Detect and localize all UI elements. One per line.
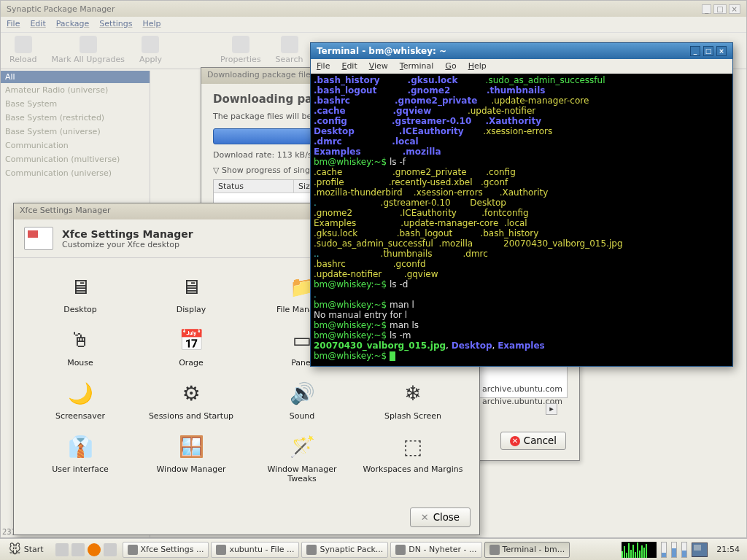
settings-item-sessions-and-startup[interactable]: ⚙ Sessions and Startup [138, 375, 244, 424]
task-icon [306, 545, 317, 555]
settings-item-icon: 📅 [176, 324, 206, 355]
camera-icon[interactable] [104, 543, 117, 556]
menu-file[interactable]: File [7, 19, 20, 30]
sidebar-item[interactable]: Communication [1, 139, 150, 152]
xsm-subtitle: Customize your Xfce desktop [62, 240, 193, 249]
terminal-menubar: File Edit View Terminal Go Help [311, 59, 732, 74]
window-buttons: _ □ × [690, 46, 727, 56]
task-button[interactable]: DN - Nyheter - ... [390, 542, 481, 558]
minimize-icon[interactable]: _ [690, 46, 700, 56]
settings-item-icon: 🖥 [176, 271, 206, 302]
task-button[interactable]: xubuntu - File ... [211, 542, 299, 558]
settings-item-display[interactable]: 🖥 Display [138, 268, 244, 317]
settings-item-screensaver[interactable]: 🌙 Screensaver [27, 375, 133, 424]
settings-item-label: Sessions and Startup [149, 411, 233, 421]
reload-button[interactable]: Reload [9, 36, 36, 66]
task-button[interactable]: Terminal - bm... [484, 542, 570, 558]
menu-edit[interactable]: Edit [30, 19, 45, 30]
settings-item-label: User interface [52, 464, 109, 474]
settings-item-icon: ⚙ [176, 378, 206, 408]
show-desktop-icon[interactable] [55, 543, 69, 556]
search-icon [281, 36, 298, 53]
settings-item-icon: 🪄 [287, 431, 317, 462]
settings-item-icon: ❄ [398, 378, 428, 408]
meter-3[interactable] [681, 542, 687, 558]
sidebar-item[interactable]: Communication (universe) [1, 166, 150, 180]
settings-item-orage[interactable]: 📅 Orage [138, 322, 244, 370]
menu-terminal[interactable]: Terminal [400, 61, 434, 71]
task-label: Xfce Settings ... [141, 545, 204, 554]
menu-package[interactable]: Package [56, 19, 90, 30]
mark-upgrades-button[interactable]: Mark All Upgrades [51, 36, 125, 66]
settings-item-workspaces-and-margins[interactable]: ⬚ Workspaces and Margins [360, 428, 466, 486]
file-manager-icon[interactable] [71, 543, 85, 556]
scroll-right-icon[interactable]: ▸ [546, 403, 557, 415]
task-label: Synaptic Pack... [320, 545, 383, 554]
meter-1[interactable] [661, 542, 667, 558]
sidebar-item[interactable]: Base System (restricted) [1, 111, 150, 125]
synaptic-titlebar[interactable]: Synaptic Package Manager _ □ × [1, 1, 746, 17]
firefox-icon[interactable] [88, 543, 101, 556]
cpu-graph[interactable] [622, 542, 657, 558]
close-icon: ✕ [421, 512, 429, 523]
settings-item-window-manager-tweaks[interactable]: 🪄 Window Manager Tweaks [249, 428, 355, 486]
settings-item-window-manager[interactable]: 🪟 Window Manager [138, 428, 244, 486]
synaptic-title: Synaptic Package Manager [7, 4, 115, 14]
properties-button[interactable]: Properties [220, 36, 261, 66]
settings-item-label: Workspaces and Margins [363, 464, 463, 474]
search-button[interactable]: Search [276, 36, 303, 66]
maximize-icon[interactable]: □ [713, 4, 726, 14]
menu-view[interactable]: View [369, 61, 388, 71]
apply-icon [142, 36, 159, 53]
settings-item-label: Desktop [63, 305, 96, 314]
settings-item-label: Splash Screen [384, 411, 441, 421]
task-label: Terminal - bm... [503, 545, 565, 554]
settings-item-label: Display [177, 305, 206, 314]
sidebar-item[interactable]: Base System [1, 97, 150, 111]
task-icon [395, 545, 406, 555]
cancel-button[interactable]: ✕ Cancel [500, 432, 566, 450]
cancel-icon: ✕ [510, 436, 520, 446]
menu-help[interactable]: Help [142, 19, 160, 30]
close-button[interactable]: ✕ Close [410, 508, 471, 527]
workspace-pager[interactable] [692, 542, 708, 557]
settings-item-sound[interactable]: 🔊 Sound [249, 375, 355, 424]
clock[interactable]: 21:54 [712, 545, 744, 554]
sidebar-header-all[interactable]: All [1, 71, 150, 83]
menu-help[interactable]: Help [468, 61, 487, 71]
settings-item-label: Sound [290, 411, 315, 421]
settings-item-mouse[interactable]: 🖱 Mouse [27, 322, 133, 370]
sidebar-item[interactable]: Communication (multiverse) [1, 152, 150, 166]
task-label: xubuntu - File ... [229, 545, 294, 554]
start-button[interactable]: 🐭 Start [3, 541, 50, 558]
properties-icon [232, 36, 249, 53]
settings-item-desktop[interactable]: 🖥 Desktop [27, 268, 133, 317]
col-status[interactable]: Status [214, 180, 294, 192]
meter-2[interactable] [671, 542, 677, 558]
terminal-content[interactable]: .bash_history .gksu.lock .sudo_as_admin_… [311, 74, 732, 366]
xfce-mouse-icon: 🐭 [9, 542, 21, 556]
settings-item-splash-screen[interactable]: ❄ Splash Screen [360, 375, 466, 424]
menu-file[interactable]: File [317, 61, 330, 71]
minimize-icon[interactable]: _ [702, 4, 711, 14]
close-icon[interactable]: × [729, 4, 740, 14]
sidebar-item[interactable]: Amateur Radio (universe) [1, 83, 150, 97]
terminal-titlebar[interactable]: Terminal - bm@whiskey: ~ _ □ × [311, 43, 732, 59]
task-button[interactable]: Xfce Settings ... [123, 542, 209, 558]
synaptic-menubar: File Edit Package Settings Help [1, 17, 746, 33]
menu-go[interactable]: Go [445, 61, 456, 71]
maximize-icon[interactable]: □ [703, 46, 713, 56]
settings-item-icon: ⬚ [398, 431, 428, 462]
taskbar: 🐭 Start Xfce Settings ... xubuntu - File… [0, 538, 747, 560]
settings-item-label: Window Manager Tweaks [252, 464, 352, 483]
sidebar-item[interactable]: Base System (universe) [1, 125, 150, 139]
settings-item-icon: 🔊 [287, 378, 317, 408]
task-label: DN - Nyheter - ... [409, 545, 476, 554]
reload-icon [15, 36, 32, 53]
menu-edit[interactable]: Edit [341, 61, 357, 71]
task-button[interactable]: Synaptic Pack... [301, 542, 388, 558]
close-icon[interactable]: × [716, 46, 727, 56]
apply-button[interactable]: Apply [139, 36, 162, 66]
settings-item-user-interface[interactable]: 👔 User interface [27, 428, 133, 486]
menu-settings[interactable]: Settings [99, 19, 132, 30]
